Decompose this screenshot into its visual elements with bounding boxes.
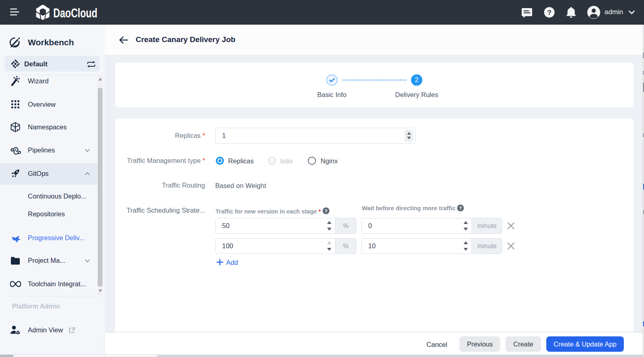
- svg-text:?: ?: [325, 209, 327, 213]
- svg-text:?: ?: [459, 206, 462, 211]
- svg-text:?: ?: [547, 9, 551, 17]
